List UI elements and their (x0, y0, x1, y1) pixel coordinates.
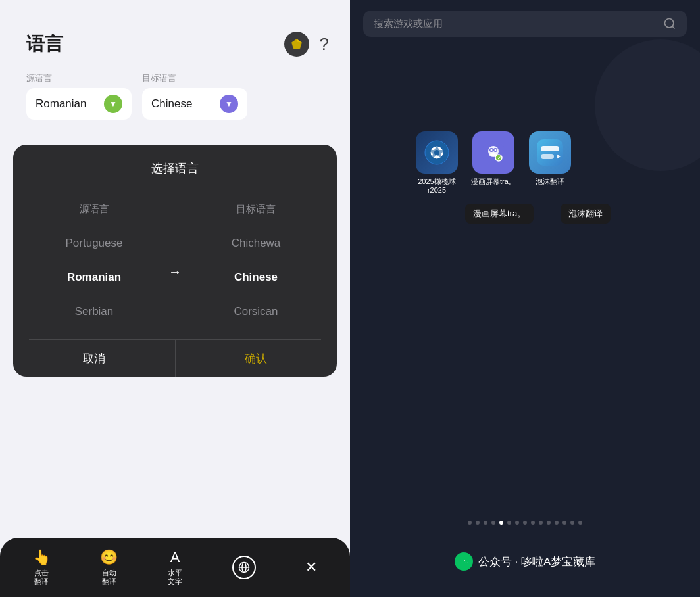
target-lang-group: 目标语言 Chinese ▼ (142, 72, 247, 120)
dot-7 (515, 521, 519, 525)
click-translate-label: 点击 翻译 (34, 569, 49, 586)
dot-15 (578, 521, 582, 525)
modal-title: 选择语言 (13, 145, 337, 187)
search-icon (663, 17, 676, 30)
source-col-header: 源语言 (80, 203, 109, 216)
dot-12 (555, 521, 559, 525)
target-lang-button[interactable]: Chinese ▼ (142, 88, 247, 120)
source-lang-romanian[interactable]: Romanian (13, 260, 175, 295)
language-picker-modal: 选择语言 源语言 Portuguese Romanian Serbian → 目… (13, 145, 337, 377)
dot-4 (491, 521, 495, 525)
dot-8 (523, 521, 527, 525)
horizontal-text-label: 水平 文字 (168, 569, 182, 586)
source-lang-label: 源语言 (26, 72, 132, 84)
text-horizontal-icon: A (170, 549, 180, 566)
dot-13 (562, 521, 566, 525)
cancel-button[interactable]: 取消 (13, 340, 176, 377)
app-icon-translate (529, 131, 571, 174)
tooltip-translate: 泡沫翻译 (561, 204, 611, 224)
app-icon-soccer (416, 131, 458, 174)
source-lang-value: Romanian (36, 97, 99, 110)
svg-rect-22 (541, 154, 554, 159)
lang-selectors: 源语言 Romanian ▼ 目标语言 Chinese ▼ (0, 67, 350, 135)
target-col-header: 目标语言 (236, 203, 276, 216)
source-col: 源语言 Portuguese Romanian Serbian (13, 203, 175, 329)
svg-point-15 (490, 149, 492, 151)
auto-translate-label: 自动 翻译 (102, 569, 116, 586)
background-decoration (595, 39, 700, 171)
dot-6 (507, 521, 511, 525)
source-lang-portuguese[interactable]: Portuguese (13, 226, 175, 260)
source-lang-serbian[interactable]: Serbian (13, 295, 175, 329)
app-item-soccer[interactable]: 2025橄榄球r2025 (416, 131, 458, 195)
target-lang-dropdown-icon: ▼ (220, 95, 238, 113)
right-panel: 搜索游戏或应用 2025橄榄球r2025 (350, 0, 700, 597)
app-item-manga[interactable]: ✓ 漫画屏幕tra。 (471, 131, 516, 186)
search-placeholder: 搜索游戏或应用 (374, 18, 657, 30)
target-lang-chichewa[interactable]: Chichewa (175, 226, 337, 260)
dot-10 (539, 521, 543, 525)
page-title: 语言 (26, 32, 63, 57)
bottom-branding: 公众号 · 哆啦A梦宝藏库 (350, 552, 700, 571)
dot-9 (531, 521, 535, 525)
header-icons: ? (284, 32, 329, 57)
source-lang-dropdown-icon: ▼ (104, 95, 122, 113)
translation-arrow: → (168, 264, 182, 279)
svg-rect-21 (541, 146, 559, 151)
left-panel: 语言 ? 源语言 Romanian ▼ 目标语言 Chinese ▼ (0, 0, 350, 597)
dot-1 (468, 521, 472, 525)
page-dots (350, 521, 700, 525)
source-lang-button[interactable]: Romanian ▼ (26, 88, 132, 120)
close-button[interactable]: ✕ (305, 559, 317, 576)
search-bar[interactable]: 搜索游戏或应用 (363, 11, 687, 37)
target-lang-chinese[interactable]: Chinese (175, 260, 337, 295)
diamond-button[interactable] (284, 32, 309, 57)
app-item-translate[interactable]: 泡沫翻译 (529, 131, 571, 186)
svg-point-10 (434, 150, 439, 155)
apps-area: 2025橄榄球r2025 ✓ 漫画屏幕tra。 (416, 131, 571, 195)
app-label-translate: 泡沫翻译 (536, 178, 564, 186)
click-translate-button[interactable]: 👆 点击 翻译 (33, 549, 51, 586)
target-col: 目标语言 Chichewa Chinese Corsican (175, 203, 337, 329)
dot-2 (476, 521, 480, 525)
target-lang-value: Chinese (151, 97, 214, 110)
hand-click-icon: 👆 (33, 549, 51, 566)
horizontal-text-button[interactable]: A 水平 文字 (168, 549, 182, 586)
wechat-logo (455, 552, 473, 571)
dot-14 (570, 521, 574, 525)
svg-line-6 (672, 26, 675, 29)
svg-point-5 (665, 19, 674, 28)
dot-11 (547, 521, 551, 525)
bottom-toolbar: 👆 点击 翻译 😊 自动 翻译 A 水平 文字 (0, 538, 350, 597)
confirm-button[interactable]: 确认 (176, 340, 338, 377)
svg-text:✓: ✓ (497, 156, 501, 160)
modal-columns: 源语言 Portuguese Romanian Serbian → 目标语言 C… (13, 187, 337, 329)
target-lang-label: 目标语言 (142, 72, 247, 84)
modal-actions: 取消 确认 (13, 340, 337, 377)
app-icon-manga: ✓ (472, 131, 514, 174)
tooltip-manga: 漫画屏幕tra。 (465, 204, 534, 224)
help-button[interactable]: ? (320, 34, 329, 55)
auto-translate-button[interactable]: 😊 自动 翻译 (100, 549, 118, 586)
header: 语言 ? (0, 0, 350, 67)
auto-translate-icon: 😊 (100, 549, 118, 566)
brand-label: 公众号 · 哆啦A梦宝藏库 (478, 554, 596, 569)
target-lang-corsican[interactable]: Corsican (175, 295, 337, 329)
dot-3 (484, 521, 488, 525)
dot-5 (499, 521, 503, 525)
source-lang-group: 源语言 Romanian ▼ (26, 72, 132, 120)
app-label-soccer: 2025橄榄球r2025 (418, 178, 455, 195)
svg-rect-20 (537, 139, 563, 166)
svg-point-16 (494, 149, 496, 151)
app-label-manga: 漫画屏幕tra。 (471, 178, 516, 186)
globe-button[interactable] (232, 556, 256, 579)
